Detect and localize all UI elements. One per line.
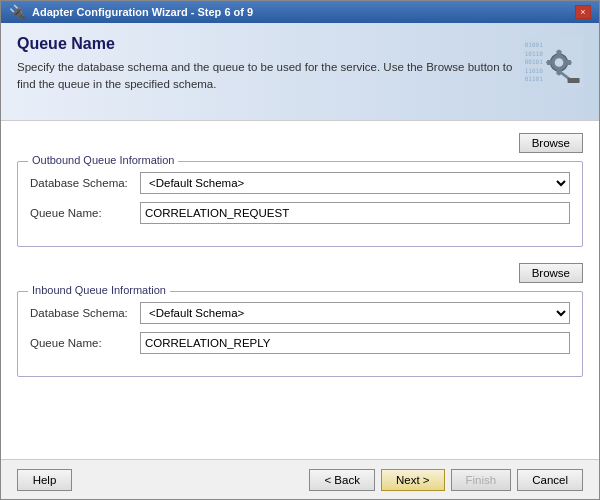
outbound-db-schema-label: Database Schema:: [30, 177, 140, 189]
outbound-db-schema-select[interactable]: <Default Schema>: [140, 172, 570, 194]
outbound-queue-name-label: Queue Name:: [30, 207, 140, 219]
next-button[interactable]: Next >: [381, 469, 445, 491]
inbound-browse-button[interactable]: Browse: [519, 263, 583, 283]
outbound-group-box: Outbound Queue Information Database Sche…: [17, 161, 583, 247]
outbound-db-schema-row: Database Schema: <Default Schema>: [30, 172, 570, 194]
outbound-db-schema-control: <Default Schema>: [140, 172, 570, 194]
header-icon-area: 01001 10110 00101 11010 01101: [513, 35, 583, 90]
svg-text:01001: 01001: [525, 41, 543, 48]
page-title: Queue Name: [17, 35, 513, 53]
footer-right: < Back Next > Finish Cancel: [309, 469, 583, 491]
inbound-queue-name-row: Queue Name:: [30, 332, 570, 354]
outbound-queue-name-control: [140, 202, 570, 224]
header-section: Queue Name Specify the database schema a…: [1, 23, 599, 121]
svg-rect-17: [568, 78, 580, 83]
content-area: Browse Outbound Queue Information Databa…: [1, 121, 599, 460]
back-button[interactable]: < Back: [309, 469, 374, 491]
cancel-button[interactable]: Cancel: [517, 469, 583, 491]
inbound-db-schema-row: Database Schema: <Default Schema>: [30, 302, 570, 324]
description: Specify the database schema and the queu…: [17, 59, 513, 94]
footer-left: Help: [17, 469, 72, 491]
footer: Help < Back Next > Finish Cancel: [1, 459, 599, 499]
svg-text:10110: 10110: [525, 50, 543, 57]
window-title: Adapter Configuration Wizard - Step 6 of…: [32, 6, 253, 18]
inbound-group-label: Inbound Queue Information: [28, 284, 170, 296]
outbound-queue-name-row: Queue Name:: [30, 202, 570, 224]
title-bar: 🔌 Adapter Configuration Wizard - Step 6 …: [1, 1, 599, 23]
wizard-window: 🔌 Adapter Configuration Wizard - Step 6 …: [0, 0, 600, 500]
header-text: Queue Name Specify the database schema a…: [17, 35, 513, 108]
inbound-db-schema-control: <Default Schema>: [140, 302, 570, 324]
svg-text:11010: 11010: [525, 67, 543, 74]
inbound-queue-name-control: [140, 332, 570, 354]
inbound-db-schema-label: Database Schema:: [30, 307, 140, 319]
svg-text:00101: 00101: [525, 58, 543, 65]
help-button[interactable]: Help: [17, 469, 72, 491]
inbound-queue-name-input[interactable]: [140, 332, 570, 354]
inbound-queue-name-label: Queue Name:: [30, 337, 140, 349]
inbound-group-box: Inbound Queue Information Database Schem…: [17, 291, 583, 377]
outbound-queue-name-input[interactable]: [140, 202, 570, 224]
gear-icon: 01001 10110 00101 11010 01101: [523, 35, 583, 90]
inbound-db-schema-select[interactable]: <Default Schema>: [140, 302, 570, 324]
svg-point-7: [555, 58, 564, 67]
finish-button[interactable]: Finish: [451, 469, 512, 491]
svg-text:01101: 01101: [525, 75, 543, 82]
outbound-browse-button[interactable]: Browse: [519, 133, 583, 153]
inbound-browse-row: Browse: [17, 263, 583, 283]
close-button[interactable]: ×: [575, 5, 591, 19]
outbound-group-label: Outbound Queue Information: [28, 154, 178, 166]
outbound-browse-row: Browse: [17, 133, 583, 153]
title-bar-left: 🔌 Adapter Configuration Wizard - Step 6 …: [9, 4, 253, 20]
window-icon: 🔌: [9, 4, 26, 20]
